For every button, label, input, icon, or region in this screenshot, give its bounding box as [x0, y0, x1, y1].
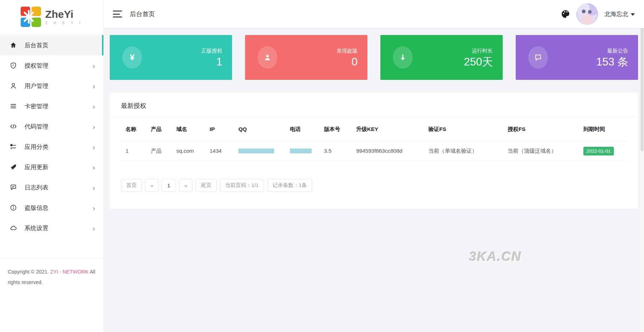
home-icon	[9, 41, 17, 49]
star-icon	[22, 10, 36, 24]
auth-table: 名称 产品 域名 IP QQ 电话 版本号 升级KEY 验证FS 授权FS 到期…	[110, 117, 638, 161]
pagination-record-count-info: 记录条数：1条	[267, 179, 312, 192]
col-header-phone: 电话	[290, 126, 324, 133]
phone-redaction-bar	[290, 148, 312, 153]
stat-cards: ¥ 正版授权 1 发现盗版 0 运行时长 250天	[110, 35, 638, 80]
chevron-right-icon	[91, 145, 96, 149]
sidebar-item-app-category[interactable]: 应用分类	[0, 137, 103, 157]
sidebar-item-label: 后台首页	[25, 41, 96, 49]
cell-upgrade-key: 994593f863cc808d	[356, 148, 428, 154]
sidebar-menu: 后台首页 A 授权管理 用户管理 卡密管理	[0, 34, 103, 238]
sidebar-item-label: 盗版信息	[25, 204, 91, 212]
sidebar-item-label: 日志列表	[25, 184, 91, 192]
latest-auth-panel: 最新授权 名称 产品 域名 IP QQ 电话 版本号 升级KEY 验证FS 授权…	[110, 92, 638, 209]
pagination-prev-button[interactable]: «	[145, 179, 158, 192]
sidebar-item-card-key-mgmt[interactable]: 卡密管理	[0, 96, 103, 116]
admin-dashboard: ZheYi Z H E Y I 后台首页 A 授权管理	[0, 0, 644, 332]
stat-card-announcements[interactable]: 最新公告 153 条	[516, 35, 638, 80]
shield-icon: A	[9, 62, 17, 69]
page-title: 后台首页	[130, 10, 155, 18]
chevron-right-icon	[91, 226, 96, 230]
cell-domain: sq.com	[176, 148, 210, 154]
stat-label: 最新公告	[596, 48, 628, 54]
expire-date-badge: 2022-01-01	[583, 147, 614, 155]
sidebar-item-code-mgmt[interactable]: 代码管理	[0, 116, 103, 137]
cell-phone	[290, 148, 324, 153]
caret-down-icon	[631, 13, 635, 16]
sidebar-item-label: 授权管理	[25, 62, 91, 70]
pagination-current-page-info: 当前页码：1/1	[220, 179, 264, 192]
sidebar-item-label: 代码管理	[25, 123, 91, 131]
cell-product: 产品	[151, 147, 176, 155]
cloud-icon	[9, 224, 17, 232]
brand-logo[interactable]: ZheYi Z H E Y I	[0, 0, 103, 34]
brand-text: ZheYi Z H E Y I	[45, 9, 83, 25]
hamburger-menu-icon[interactable]	[113, 11, 122, 18]
header-actions: 北海忘北	[561, 3, 635, 25]
table-row[interactable]: 1 产品 sq.com 1434 3.5 994593f863cc808d 当前…	[121, 141, 627, 161]
col-header-upgrade-key: 升级KEY	[356, 126, 428, 133]
col-header-qq: QQ	[238, 126, 290, 132]
stat-card-licensed[interactable]: ¥ 正版授权 1	[110, 35, 232, 80]
sidebar-item-piracy-info[interactable]: 盗版信息	[0, 198, 103, 218]
sidebar-item-dashboard[interactable]: 后台首页	[0, 35, 103, 55]
user-icon	[9, 82, 17, 90]
stat-value: 0	[337, 56, 358, 68]
sidebar: ZheYi Z H E Y I 后台首页 A 授权管理	[0, 0, 104, 332]
chevron-right-icon	[91, 84, 96, 88]
tasks-icon	[9, 143, 17, 151]
cell-ip: 1434	[210, 148, 238, 154]
list-icon	[9, 102, 17, 110]
panel-title: 最新授权	[110, 92, 638, 117]
sidebar-item-system-settings[interactable]: 系统设置	[0, 218, 103, 238]
rocket-icon	[9, 163, 17, 171]
user-name: 北海忘北	[604, 10, 628, 18]
watermark: 3KA.CN	[469, 249, 522, 264]
col-header-ip: IP	[210, 126, 238, 132]
chevron-right-icon	[91, 165, 96, 169]
copyright-prefix: Copyright © 2021.	[8, 269, 50, 275]
stat-value: 1	[201, 56, 222, 68]
stat-card-piracy-found[interactable]: 发现盗版 0	[245, 35, 367, 80]
copyright: Copyright © 2021. ZYI - NETWORK All righ…	[0, 258, 103, 296]
cell-verify-fs: 当前（单域名验证）	[428, 147, 508, 155]
cell-auth-fs: 当前（顶级泛域名）	[508, 147, 583, 155]
sidebar-item-log-list[interactable]: 日志列表	[0, 177, 103, 198]
sidebar-item-label: 应用更新	[25, 163, 91, 171]
stat-label: 发现盗版	[337, 48, 358, 54]
sidebar-item-user-mgmt[interactable]: 用户管理	[0, 76, 103, 96]
stat-value: 250天	[464, 56, 493, 68]
chevron-right-icon	[91, 63, 96, 68]
user-menu[interactable]: 北海忘北	[604, 10, 635, 18]
chevron-right-icon	[91, 124, 96, 129]
col-header-name: 名称	[126, 126, 151, 133]
scrollbar[interactable]	[640, 0, 644, 332]
pagination-page-1-button[interactable]: 1	[162, 179, 176, 192]
chevron-right-icon	[91, 206, 96, 210]
info-icon	[9, 204, 17, 212]
sidebar-item-license-mgmt[interactable]: A 授权管理	[0, 55, 103, 76]
code-icon	[9, 123, 17, 130]
yen-icon: ¥	[122, 46, 142, 69]
pagination-last-button[interactable]: 尾页	[196, 179, 217, 192]
cell-expire: 2022-01-01	[583, 147, 627, 155]
copyright-link[interactable]: ZYI - NETWORK	[50, 269, 89, 275]
brand-subtitle: Z H E Y I	[45, 21, 83, 25]
cell-qq	[238, 148, 290, 153]
cell-name: 1	[126, 148, 151, 154]
comment-icon	[9, 184, 17, 191]
comment-icon	[528, 46, 548, 69]
chevron-right-icon	[91, 185, 96, 189]
table-header-row: 名称 产品 域名 IP QQ 电话 版本号 升级KEY 验证FS 授权FS 到期…	[121, 117, 627, 141]
col-header-domain: 域名	[176, 126, 210, 133]
top-header: 后台首页 北海忘北	[104, 0, 644, 28]
sidebar-item-app-update[interactable]: 应用更新	[0, 157, 103, 177]
pagination-next-button[interactable]: »	[179, 179, 192, 192]
theme-palette-icon[interactable]	[561, 9, 570, 19]
user-avatar[interactable]	[576, 3, 598, 25]
pagination-first-button[interactable]: 首页	[121, 179, 142, 192]
stat-card-uptime[interactable]: 运行时长 250天	[380, 35, 503, 80]
col-header-product: 产品	[151, 126, 176, 133]
col-header-verify-fs: 验证FS	[428, 126, 508, 133]
sidebar-item-label: 应用分类	[25, 143, 91, 151]
